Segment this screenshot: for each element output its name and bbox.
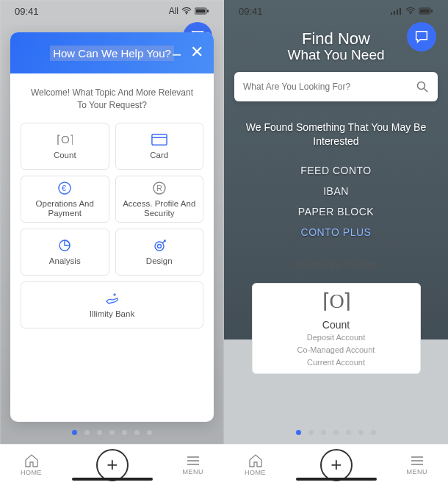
nav-label: MENU [183, 468, 204, 475]
svg-rect-3 [207, 10, 209, 12]
dot[interactable] [134, 430, 140, 435]
dot[interactable] [333, 430, 339, 435]
nav-home[interactable]: HOME [21, 454, 42, 476]
menu-icon [410, 455, 424, 467]
svg-point-13 [157, 245, 161, 248]
dot[interactable] [346, 430, 351, 435]
nav-menu[interactable]: MENU [407, 455, 428, 475]
svg-point-21 [410, 13, 411, 15]
svg-rect-23 [420, 10, 430, 13]
svg-text:€: € [62, 184, 66, 193]
tile-count[interactable]: ⌈O⌉ Count [21, 123, 109, 170]
search-icon[interactable] [416, 80, 429, 93]
registered-icon: R [151, 180, 167, 196]
card-title: Count [322, 319, 350, 331]
dot[interactable] [147, 430, 152, 435]
tile-analysis[interactable]: Analysis [21, 229, 109, 276]
browse-title: Browse By Themes [224, 259, 448, 270]
close-button[interactable]: ✕ [190, 43, 203, 62]
status-bar: 09:41 All [0, 0, 224, 22]
clock: 09:41 [239, 6, 263, 17]
nav-add[interactable]: + [96, 449, 129, 481]
tile-grid: ⌈O⌉ Count Card € Operations And Payment … [21, 123, 203, 328]
svg-rect-19 [397, 10, 398, 15]
tile-label: Card [150, 151, 168, 160]
card-sub1: Deposit Account [307, 332, 366, 343]
home-icon [24, 454, 39, 467]
tile-card[interactable]: Card [115, 123, 204, 170]
svg-text:⌈O⌉: ⌈O⌉ [57, 133, 73, 146]
tile-illimity[interactable]: Illimity Bank [21, 281, 203, 328]
tile-label: Access. Profile And Security [119, 199, 200, 218]
signal-icon [391, 7, 402, 15]
theme-card-count[interactable]: ⌈O⌉ Count Deposit Account Co-Managed Acc… [252, 283, 421, 374]
card-sub3: Current Account [307, 357, 365, 368]
dot[interactable] [84, 430, 90, 435]
svg-rect-20 [400, 8, 401, 15]
tile-label: Illimity Bank [90, 309, 134, 319]
dot[interactable] [371, 430, 376, 435]
dot[interactable] [97, 430, 102, 435]
battery-icon [419, 7, 433, 15]
tile-access[interactable]: R Access. Profile And Security [115, 176, 204, 223]
dot[interactable] [358, 430, 364, 435]
nav-home[interactable]: HOME [245, 454, 266, 476]
nav-label: HOME [245, 469, 266, 476]
svg-rect-24 [431, 10, 433, 12]
svg-rect-2 [196, 10, 206, 13]
nav-label: MENU [407, 468, 428, 475]
svg-text:R: R [156, 184, 162, 193]
page-dots [0, 430, 224, 435]
screen-left: 09:41 All How Can We Help You? − ✕ Welco… [0, 0, 224, 485]
tile-label: Analysis [49, 256, 81, 266]
tile-operations[interactable]: € Operations And Payment [21, 176, 109, 223]
status-right [391, 7, 433, 15]
tile-design[interactable]: Design [115, 229, 204, 276]
search-box[interactable] [234, 72, 438, 101]
dot[interactable] [308, 430, 314, 435]
menu-icon [186, 455, 200, 467]
status-right: All [169, 6, 209, 16]
dot[interactable] [109, 430, 115, 435]
status-bar: 09:41 [224, 0, 448, 22]
chip-feed-conto[interactable]: FEED CONTO [300, 165, 372, 176]
plus-icon: + [106, 453, 118, 476]
found-msg: We Found Something That You May Be Inter… [224, 121, 448, 148]
carrier-label: All [169, 6, 178, 16]
home-indicator [296, 478, 377, 481]
dot[interactable] [122, 430, 127, 435]
nav-add[interactable]: + [320, 449, 353, 481]
count-icon: ⌈O⌉ [57, 132, 73, 148]
dot[interactable] [321, 430, 326, 435]
chat-icon [413, 29, 430, 45]
chip-paper-block[interactable]: PAPER BLOCK [298, 206, 374, 218]
count-icon: ⌈O⌉ [322, 289, 349, 313]
dot[interactable] [72, 430, 77, 435]
minimize-button[interactable]: − [172, 46, 181, 65]
home-icon [248, 454, 263, 467]
nav-menu[interactable]: MENU [183, 455, 204, 475]
tile-label: Design [146, 256, 173, 266]
wifi-icon [405, 7, 416, 15]
clock: 09:41 [15, 6, 39, 17]
search-input[interactable] [243, 82, 416, 92]
plus-icon: + [330, 453, 342, 476]
chip-conto-plus[interactable]: CONTO PLUS [301, 226, 372, 238]
svg-rect-17 [391, 12, 392, 15]
modal-header: How Can We Help You? − ✕ [10, 32, 214, 73]
svg-point-0 [186, 13, 187, 15]
battery-icon [195, 7, 209, 15]
svg-line-26 [424, 89, 428, 93]
chip-iban[interactable]: IBAN [323, 185, 349, 197]
euro-icon: € [57, 180, 73, 196]
modal-welcome: Welcome! What Topic And More Relevant To… [21, 87, 203, 112]
hand-sparkle-icon [104, 290, 120, 306]
modal-title: How Can We Help You? [50, 46, 174, 61]
dot[interactable] [296, 430, 301, 435]
wifi-icon [181, 7, 192, 15]
pie-icon [57, 237, 73, 254]
chat-button[interactable] [407, 22, 436, 51]
modal-body: Welcome! What Topic And More Relevant To… [10, 73, 214, 422]
svg-rect-5 [152, 134, 167, 146]
help-modal: How Can We Help You? − ✕ Welcome! What T… [10, 32, 214, 422]
